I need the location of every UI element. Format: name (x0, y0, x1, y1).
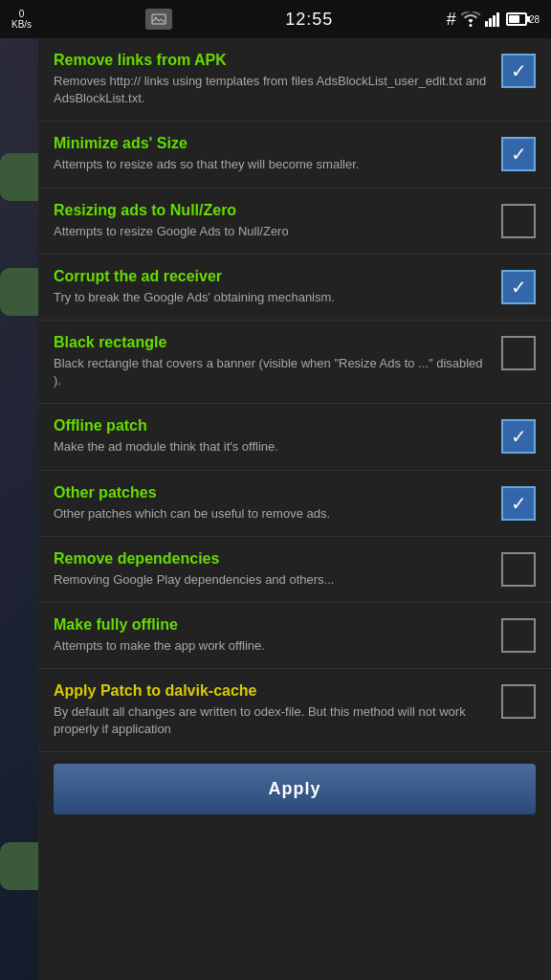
checkbox-offline-patch[interactable]: ✓ (501, 419, 536, 454)
option-title-resize-null: Resizing ads to Null/Zero (54, 202, 492, 219)
option-title-corrupt-receiver: Corrupt the ad receiver (54, 268, 492, 285)
option-desc-remove-dependencies: Removing Google Play dependencies and ot… (54, 571, 492, 589)
checkmark-icon-offline-patch: ✓ (511, 427, 527, 446)
option-item-minimize-ads[interactable]: Minimize ads' SizeAttempts to resize ads… (38, 122, 551, 188)
svg-rect-4 (489, 18, 492, 27)
checkbox-make-fully-offline[interactable] (501, 618, 536, 653)
option-item-black-rectangle[interactable]: Black rectangleBlack rectangle that cove… (38, 321, 551, 404)
option-title-apply-dalvik: Apply Patch to dalvik-cache (54, 682, 492, 700)
option-desc-black-rectangle: Black rectangle that covers a banner (vi… (54, 355, 492, 390)
option-content-minimize-ads: Minimize ads' SizeAttempts to resize ads… (54, 135, 492, 173)
option-content-apply-dalvik: Apply Patch to dalvik-cacheBy default al… (54, 682, 492, 738)
svg-rect-0 (152, 14, 165, 24)
apply-button-container: Apply (38, 752, 551, 826)
option-item-corrupt-receiver[interactable]: Corrupt the ad receiverTry to break the … (38, 255, 551, 321)
checkmark-icon-other-patches: ✓ (511, 494, 527, 513)
option-item-make-fully-offline[interactable]: Make fully offlineAttempts to make the a… (38, 603, 551, 669)
hash-icon: # (447, 10, 456, 30)
checkbox-remove-dependencies[interactable] (501, 552, 536, 587)
option-title-make-fully-offline: Make fully offline (54, 616, 492, 634)
checkmark-icon-corrupt-receiver: ✓ (511, 278, 527, 297)
option-desc-corrupt-receiver: Try to break the Google Ads' obtaining m… (54, 289, 492, 306)
options-list: Remove links from APKRemoves http:// lin… (38, 38, 551, 752)
option-item-remove-links[interactable]: Remove links from APKRemoves http:// lin… (38, 38, 551, 122)
status-bar: 0 KB/s 12:55 # 28 (0, 0, 551, 38)
option-title-offline-patch: Offline patch (54, 417, 492, 434)
option-desc-offline-patch: Make the ad module think that it's offli… (54, 438, 492, 456)
option-content-remove-dependencies: Remove dependenciesRemoving Google Play … (54, 550, 492, 589)
main-panel: Remove links from APKRemoves http:// lin… (38, 38, 551, 980)
option-item-other-patches[interactable]: Other patchesOther patches which can be … (38, 471, 551, 537)
option-desc-minimize-ads: Attempts to resize ads so that they will… (54, 156, 492, 173)
signal-icon (485, 11, 502, 27)
checkbox-apply-dalvik[interactable] (501, 684, 536, 719)
status-data: 0 KB/s (11, 9, 32, 30)
option-content-make-fully-offline: Make fully offlineAttempts to make the a… (54, 616, 492, 655)
option-title-remove-links: Remove links from APK (54, 52, 492, 69)
option-title-minimize-ads: Minimize ads' Size (54, 135, 492, 152)
option-desc-remove-links: Removes http:// links using templates fr… (54, 73, 492, 107)
apply-button[interactable]: Apply (54, 764, 536, 814)
svg-rect-3 (485, 21, 488, 27)
checkmark-icon-minimize-ads: ✓ (511, 145, 527, 164)
option-title-other-patches: Other patches (54, 484, 492, 501)
kb-label: KB/s (11, 19, 32, 30)
checkmark-icon-remove-links: ✓ (511, 61, 527, 80)
checkbox-black-rectangle[interactable] (501, 336, 536, 370)
checkbox-corrupt-receiver[interactable]: ✓ (501, 270, 536, 304)
option-desc-apply-dalvik: By default all changes are written to od… (54, 703, 492, 738)
option-content-offline-patch: Offline patchMake the ad module think th… (54, 417, 492, 456)
svg-rect-5 (493, 15, 496, 27)
option-item-offline-patch[interactable]: Offline patchMake the ad module think th… (38, 404, 551, 470)
option-content-resize-null: Resizing ads to Null/ZeroAttempts to res… (54, 202, 492, 240)
option-title-remove-dependencies: Remove dependencies (54, 550, 492, 568)
option-item-remove-dependencies[interactable]: Remove dependenciesRemoving Google Play … (38, 537, 551, 603)
option-desc-resize-null: Attempts to resize Google Ads to Null/Ze… (54, 223, 492, 240)
option-desc-make-fully-offline: Attempts to make the app work offline. (54, 637, 492, 655)
svg-point-2 (469, 24, 472, 27)
option-item-resize-null[interactable]: Resizing ads to Null/ZeroAttempts to res… (38, 189, 551, 255)
option-content-remove-links: Remove links from APKRemoves http:// lin… (54, 52, 492, 107)
clock: 12:55 (285, 10, 333, 30)
svg-rect-6 (496, 12, 499, 27)
status-icons: # 28 (447, 10, 540, 30)
battery-icon: 28 (506, 12, 540, 26)
checkbox-resize-null[interactable] (501, 204, 536, 238)
option-content-other-patches: Other patchesOther patches which can be … (54, 484, 492, 523)
checkbox-other-patches[interactable]: ✓ (501, 486, 536, 521)
checkbox-remove-links[interactable]: ✓ (501, 54, 536, 88)
option-title-black-rectangle: Black rectangle (54, 334, 492, 351)
option-content-corrupt-receiver: Corrupt the ad receiverTry to break the … (54, 268, 492, 306)
wifi-icon (460, 11, 481, 27)
option-content-black-rectangle: Black rectangleBlack rectangle that cove… (54, 334, 492, 390)
checkbox-minimize-ads[interactable]: ✓ (501, 137, 536, 171)
image-icon (145, 9, 172, 30)
option-desc-other-patches: Other patches which can be useful to rem… (54, 505, 492, 523)
battery-level: 28 (529, 14, 540, 25)
option-item-apply-dalvik[interactable]: Apply Patch to dalvik-cacheBy default al… (38, 669, 551, 752)
kb-value: 0 (19, 9, 25, 19)
